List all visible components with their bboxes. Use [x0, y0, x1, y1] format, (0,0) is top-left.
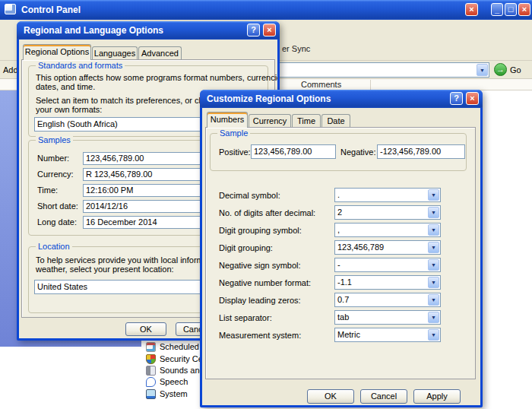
scheduled-tasks-icon — [146, 342, 156, 352]
combo-value: 2 — [337, 206, 342, 219]
ok-button[interactable]: OK — [307, 389, 354, 404]
field-label: Digit grouping symbol: — [219, 226, 302, 235]
field-label: List separator: — [219, 313, 272, 322]
dialog-titlebar[interactable]: Regional and Language Options — [17, 21, 280, 40]
system-icon — [146, 389, 156, 399]
outer-close-icon[interactable]: × — [518, 3, 530, 16]
sample-row-label: Short date: — [37, 201, 78, 211]
group-label: Location — [36, 242, 72, 251]
combo-value: Metric — [337, 328, 360, 341]
location-combo-value: United States — [37, 281, 87, 293]
tab-currency[interactable]: Currency — [249, 114, 291, 128]
help-icon[interactable]: ? — [450, 92, 463, 105]
format-combo[interactable]: English (South Africa) ▼ — [34, 117, 217, 132]
negative-sample-field[interactable]: -123,456,789.00 — [377, 144, 465, 159]
combo-value: 123,456,789 — [337, 241, 384, 254]
combo-value: , — [337, 224, 340, 236]
cancel-button[interactable]: Cancel — [360, 389, 407, 404]
leading-zeros-combo[interactable]: 0.7 ▼ — [334, 293, 441, 307]
standards-desc-line1: This option affects how some programs fo… — [36, 73, 277, 82]
close-icon[interactable]: × — [466, 92, 479, 105]
tab-numbers[interactable]: Numbers — [207, 112, 248, 128]
digit-grouping-combo[interactable]: 123,456,789 ▼ — [334, 240, 441, 255]
toolbar-item-partial[interactable]: er Sync — [282, 44, 310, 53]
tab-advanced[interactable]: Advanced — [138, 46, 182, 60]
ok-button[interactable]: OK — [125, 322, 166, 336]
combo-value: -1.1 — [337, 276, 352, 289]
field-label: Display leading zeros: — [219, 296, 301, 305]
dropdown-icon[interactable]: ▼ — [428, 189, 439, 201]
sample-row-label: Time: — [37, 185, 58, 195]
window-titlebar[interactable]: Control Panel × _ □ × — [0, 0, 532, 20]
measurement-system-combo[interactable]: Metric ▼ — [334, 328, 441, 342]
combo-value: . — [337, 189, 340, 201]
list-item-label: System — [160, 389, 188, 398]
security-center-icon — [146, 354, 156, 364]
list-item-label: Speech — [160, 377, 188, 386]
sample-row-label: Currency: — [37, 170, 74, 179]
combo-value: - — [337, 258, 340, 271]
field-label: Negative sign symbol: — [219, 261, 301, 270]
field-label: Measurement system: — [219, 331, 301, 340]
customize-regional-dialog: Customize Regional Options ? × Numbers C… — [200, 90, 483, 407]
window-title: Control Panel — [21, 5, 81, 15]
group-label: Standards and formats — [36, 61, 125, 70]
dropdown-icon[interactable]: ▼ — [428, 329, 439, 341]
tab-languages[interactable]: Languages — [92, 46, 138, 60]
dropdown-icon[interactable]: ▼ — [428, 207, 439, 218]
dialog-title: Customize Regional Options — [207, 94, 331, 104]
negative-format-combo[interactable]: -1.1 ▼ — [334, 275, 441, 290]
positive-label: Positive: — [219, 147, 251, 157]
field-label: Digit grouping: — [219, 243, 273, 252]
list-separator-combo[interactable]: tab ▼ — [334, 310, 441, 325]
dialog-title: Regional and Language Options — [24, 25, 163, 36]
dropdown-icon[interactable]: ▼ — [428, 312, 439, 323]
combo-value: 0.7 — [337, 293, 349, 306]
field-label: Negative number format: — [219, 278, 311, 287]
standards-desc-line2: dates, and time. — [36, 82, 95, 91]
control-panel-window: Control Panel × _ □ × er Sync Address ▼ … — [0, 0, 532, 409]
control-panel-icon — [5, 4, 16, 14]
minimize-icon[interactable]: _ — [491, 3, 503, 16]
go-arrow-icon[interactable]: → — [494, 63, 507, 76]
standards-select-line2: your own formats: — [36, 105, 102, 114]
maximize-icon[interactable]: □ — [505, 3, 517, 16]
location-desc-line2: weather, select your present location: — [36, 265, 174, 274]
sounds-audio-icon — [146, 366, 156, 376]
speech-icon — [146, 377, 156, 387]
close-icon[interactable]: × — [263, 24, 276, 36]
help-icon[interactable]: ? — [247, 24, 260, 36]
dialog-body: Numbers Currency Time Date Sample Positi… — [202, 108, 480, 405]
dropdown-icon[interactable]: ▼ — [428, 277, 439, 288]
group-label: Samples — [36, 135, 73, 144]
positive-sample-field[interactable]: 123,456,789.00 — [251, 144, 336, 159]
sample-row-label: Number: — [37, 154, 69, 163]
format-combo-value: English (South Africa) — [37, 118, 118, 131]
group-label: Sample — [217, 128, 250, 138]
column-divider[interactable] — [370, 80, 371, 90]
dropdown-icon[interactable]: ▼ — [428, 259, 439, 271]
apply-button[interactable]: Apply — [413, 389, 461, 404]
negative-sign-combo[interactable]: - ▼ — [334, 258, 441, 272]
decimal-symbol-combo[interactable]: . ▼ — [334, 188, 441, 202]
tab-time[interactable]: Time — [292, 114, 321, 128]
combo-value: tab — [337, 311, 349, 324]
comments-column-header[interactable]: Comments — [301, 80, 341, 89]
field-label: Decimal symbol: — [219, 191, 280, 200]
digits-after-decimal-combo[interactable]: 2 ▼ — [334, 205, 441, 220]
dropdown-icon[interactable]: ▼ — [477, 64, 488, 76]
tab-date[interactable]: Date — [321, 114, 350, 128]
negative-label: Negative: — [340, 147, 375, 157]
sample-row-label: Long date: — [37, 217, 77, 227]
dialog-titlebar[interactable]: Customize Regional Options — [200, 90, 483, 108]
field-label: No. of digits after decimal: — [219, 208, 315, 217]
go-button[interactable]: Go — [510, 65, 521, 75]
digit-grouping-symbol-combo[interactable]: , ▼ — [334, 223, 441, 237]
dropdown-icon[interactable]: ▼ — [428, 242, 439, 253]
tab-regional-options[interactable]: Regional Options — [23, 44, 91, 60]
dropdown-icon[interactable]: ▼ — [428, 224, 439, 236]
close-icon[interactable]: × — [465, 3, 478, 16]
dropdown-icon[interactable]: ▼ — [428, 294, 439, 306]
